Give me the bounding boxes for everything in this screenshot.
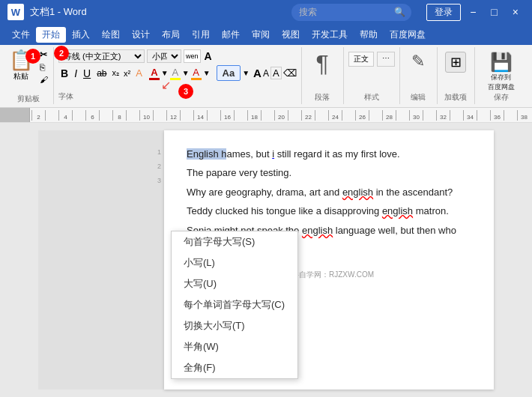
title-bar-controls: 登录 − □ × [426,0,525,24]
paragraph-button[interactable]: ¶ [316,52,329,76]
ruler-tick-12: 12 [166,110,180,121]
font-color-button[interactable]: A [149,67,160,80]
text-shading-dropdown[interactable]: ▼ [203,69,211,77]
bold-button[interactable]: B [58,67,70,80]
clear-all-format-button[interactable]: ⌫ [283,67,297,79]
save-buttons: 💾 保存到百度网盘 [488,52,515,92]
italic-button[interactable]: I [72,67,79,80]
dropdown-item-lowercase[interactable]: 小写(L) [172,252,297,273]
text-effects-button[interactable]: A [133,67,145,79]
ruler-tick-14: 14 [193,110,207,121]
menu-bar: 文件 开始 插入 绘图 设计 布局 引用 邮件 审阅 视图 开发工具 帮助 百度… [0,24,532,45]
ruler-tick-m17 [477,110,490,121]
menu-file[interactable]: 文件 [6,27,36,43]
ruler-tick-16: 16 [220,110,234,121]
menu-references[interactable]: 引用 [186,27,216,43]
styles-buttons: 正文 ⋯ [348,52,395,67]
ruler-tick-m6 [180,110,193,121]
increase-font-button[interactable]: A [253,67,262,79]
maximize-button[interactable]: □ [485,0,503,24]
menu-design[interactable]: 设计 [126,27,156,43]
wen-button[interactable]: wen [184,49,201,63]
ribbon-content: 📋 粘贴 ✂ ⎘ 🖌 剪贴板 1 等线 (中文正文) 小 [3,47,528,104]
arrow-down-2: ↙ [161,78,171,92]
menu-view[interactable]: 视图 [276,27,306,43]
text-line3b: in the ascendant? [373,187,453,198]
dropdown-item-uppercase[interactable]: 大写(U) [172,273,297,294]
ruler-tick-10: 10 [139,110,153,121]
font-name-select[interactable]: 等线 (中文正文) [58,49,145,63]
doc-line-4: Teddy clucked his tongue like a disappro… [187,202,471,219]
dropdown-item-toggle[interactable]: 切换大小写(T) [172,315,297,336]
ruler-tick-m4 [126,110,139,121]
menu-devtools[interactable]: 开发工具 [306,27,354,43]
change-case-dropdown[interactable]: ▼ [242,69,250,77]
text-normal-1: ames, but [226,148,272,160]
addins-button[interactable]: ⊞ [445,52,466,73]
ruler-tick-m2 [72,110,85,121]
indicator-2: 2 [54,46,69,61]
menu-layout[interactable]: 布局 [156,27,186,43]
strikethrough-button[interactable]: ab [94,67,109,79]
ruler-tick-m15 [423,110,436,121]
close-button[interactable]: × [507,0,525,24]
indicator-3: 3 [178,84,193,99]
doc-line-2: The papare very testing. [187,164,471,181]
dropdown-item-sentence[interactable]: 句首字母大写(S) [172,231,297,252]
format-painter-button[interactable]: 🖌 [37,74,50,85]
font-color-dropdown[interactable]: ▼ [161,69,169,77]
minimize-button[interactable]: − [464,0,482,24]
text-line3a: Why are geography, drama, art and [187,187,342,198]
search-icon: 🔍 [394,7,405,17]
menu-help[interactable]: 帮助 [354,27,384,43]
menu-mailings[interactable]: 邮件 [216,27,246,43]
login-button[interactable]: 登录 [426,4,461,21]
title-bar: W 文档1 - Word 搜索 🔍 登录 − □ × [0,0,532,24]
char-format-button[interactable]: A [270,67,282,79]
save-button[interactable]: 💾 保存到百度网盘 [488,52,515,92]
highlight-button[interactable]: A [170,67,181,80]
clipboard-group: 📋 粘贴 ✂ ⎘ 🖌 剪贴板 1 [3,47,54,104]
ruler-tick-m12 [342,110,355,121]
ruler-tick-22: 22 [301,110,315,121]
menu-insert[interactable]: 插入 [66,27,96,43]
clipboard-label: 剪贴板 [17,94,40,104]
dropdown-item-halfwidth[interactable]: 半角(W) [172,336,297,357]
addins-label: 加载项 [444,92,467,103]
font-size-select[interactable]: 小四 [147,49,181,63]
menu-draw[interactable]: 绘图 [96,27,126,43]
subscript-button[interactable]: x₂ [111,67,121,79]
style-normal-button[interactable]: 正文 [348,52,374,67]
ruler-tick-34: 34 [463,110,477,121]
text-selected: English h [187,148,226,160]
app-logo: W [7,4,24,20]
change-case-button[interactable]: Aa [217,65,241,81]
ruler-tick-m8 [234,110,247,121]
menu-review[interactable]: 审阅 [246,27,276,43]
editing-button[interactable]: ✎ [411,52,425,71]
style-expand-button[interactable]: ⋯ [377,52,395,67]
ruler-tick-18: 18 [247,110,261,121]
editing-icon: ✎ [411,52,425,71]
copy-button[interactable]: ⎘ [37,61,50,73]
color-buttons: A ▼ A ▼ A ▼ [149,67,211,80]
addins-group: ⊞ 加载项 [438,47,475,104]
superscript-button[interactable]: x² [122,68,132,79]
clear-format-button[interactable]: A [203,50,214,62]
search-box[interactable]: 搜索 🔍 [291,4,411,21]
ruler-tick-38: 38 [517,110,531,121]
text-line2b: are very testing. [223,167,292,178]
decrease-font-button[interactable]: A [263,68,269,79]
text-line4b: matron. [413,205,449,216]
menu-baidu[interactable]: 百度网盘 [384,27,432,43]
dropdown-item-fullwidth[interactable]: 全角(F) [172,357,297,378]
ruler-tick-28: 28 [382,110,396,121]
ruler-tick-m18 [504,110,517,121]
ribbon: 📋 粘贴 ✂ ⎘ 🖌 剪贴板 1 等线 (中文正文) 小 [0,45,532,108]
dropdown-item-capitalize[interactable]: 每个单词首字母大写(C) [172,294,297,315]
underline-button[interactable]: U [81,67,93,80]
menu-home[interactable]: 开始 [36,27,66,43]
search-placeholder: 搜索 [299,6,317,19]
text-shading-button[interactable]: A [191,67,202,80]
highlight-dropdown[interactable]: ▼ [182,69,190,77]
